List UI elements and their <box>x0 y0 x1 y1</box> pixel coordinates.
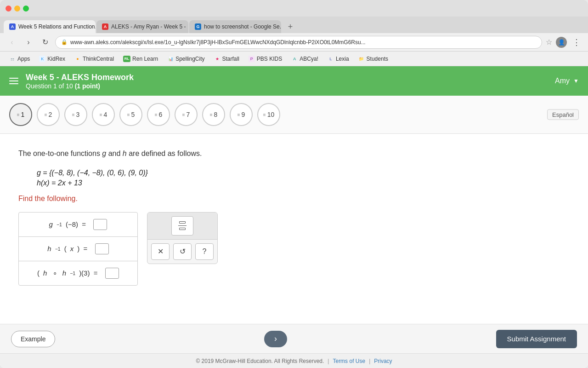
answer-row-1: g−1(−8) = <box>19 213 137 237</box>
question-subtitle-text: Question 1 of 10 <box>26 82 73 90</box>
back-button[interactable]: ‹ <box>6 36 18 49</box>
user-name[interactable]: Amy <box>555 77 570 85</box>
keyboard-bottom: ✕ ↺ ? <box>147 240 217 264</box>
forward-button[interactable]: › <box>22 36 35 49</box>
bookmark-abcya[interactable]: A ABCya! <box>288 54 322 64</box>
keyboard-top <box>147 213 217 240</box>
g-definition: g = {(−8, 8), (−4, −8), (0, 6), (9, 0)} <box>37 169 570 177</box>
example-button[interactable]: Example <box>11 331 55 347</box>
ham-line-1 <box>9 78 18 79</box>
clear-button[interactable]: ✕ <box>151 243 170 260</box>
q5-lines-icon: ≡ <box>127 112 130 117</box>
bookmark-lexia-label: Lexia <box>336 56 349 62</box>
math-keyboard: ✕ ↺ ? <box>147 212 218 264</box>
question-bubble-1[interactable]: ≡1 <box>9 103 32 126</box>
bookmark-lexia[interactable]: L Lexia <box>324 54 353 64</box>
tab-google[interactable]: G how to screenshot - Google Se... ✕ <box>189 20 281 33</box>
bookmark-spellingcity[interactable]: 📊 SpellingCity <box>164 54 208 64</box>
user-dropdown-arrow[interactable]: ▼ <box>573 78 579 84</box>
row3-expr: (h ∘ h−1)(3) = <box>37 268 119 279</box>
lock-icon: 🔒 <box>61 39 68 45</box>
find-label: Find the following. <box>18 195 570 203</box>
bookmark-spellingcity-label: SpellingCity <box>175 56 204 62</box>
help-button[interactable]: ? <box>195 243 214 260</box>
row1-input[interactable] <box>93 219 107 230</box>
row1-expr: g−1(−8) = <box>49 219 107 230</box>
new-tab-button[interactable]: + <box>284 20 297 33</box>
footer-sep-1: | <box>328 358 329 364</box>
homework-title: Week 5 - ALEKS Homework <box>26 73 134 82</box>
question-bubble-9[interactable]: ≡9 <box>230 103 253 126</box>
question-nav: ≡1 ≡2 ≡3 ≡4 ≡5 ≡6 ≡7 ≡8 <box>0 96 588 134</box>
bookmark-thinkcentral[interactable]: ● ThinkCentral <box>71 54 118 64</box>
profile-button[interactable]: 👤 <box>556 37 567 48</box>
footer-right: Submit Assignment <box>496 330 577 348</box>
bookmark-pbs-label: PBS KIDS <box>257 56 282 62</box>
bookmark-kidrex[interactable]: K KidRex <box>35 54 69 64</box>
undo-button[interactable]: ↺ <box>173 243 192 260</box>
refresh-button[interactable]: ↻ <box>39 36 51 49</box>
aleks-header-title: Week 5 - ALEKS Homework Question 1 of 10… <box>26 73 134 90</box>
thinkcentral-icon: ● <box>74 56 81 62</box>
url-text: www-awn.aleks.com/alekscgi/x/lsl.exe/1o_… <box>70 39 536 46</box>
q10-lines-icon: ≡ <box>263 112 266 117</box>
question-bubble-7[interactable]: ≡7 <box>175 103 198 126</box>
ham-line-3 <box>9 83 18 84</box>
question-bubble-10[interactable]: ≡10 <box>257 103 280 126</box>
footer-sep-2: | <box>369 358 370 364</box>
point-badge: (1 point) <box>75 82 100 90</box>
fraction-button[interactable] <box>171 216 193 236</box>
tab-favicon-3: G <box>195 23 201 30</box>
h-definition: h(x) = 2x + 13 <box>37 179 570 187</box>
row2-input[interactable] <box>95 243 109 254</box>
q3-lines-icon: ≡ <box>72 112 75 117</box>
submit-button[interactable]: Submit Assignment <box>496 330 577 348</box>
url-bar: ‹ › ↻ 🔒 www-awn.aleks.com/alekscgi/x/lsl… <box>0 33 588 52</box>
browser-menu[interactable]: ⋮ <box>571 37 582 47</box>
tab-label-1: Week 5 Relations and Function... <box>18 23 96 30</box>
privacy-link[interactable]: Privacy <box>374 358 392 364</box>
apps-icon: ⚏ <box>9 56 16 62</box>
tab-label-2: ALEKS - Amy Ryan - Week 5 - <box>111 23 186 30</box>
bookmark-students[interactable]: 📁 Students <box>355 54 392 64</box>
close-button[interactable] <box>6 6 11 12</box>
question-bubble-6[interactable]: ≡6 <box>147 103 170 126</box>
traffic-lights <box>6 6 29 12</box>
question-bubble-8[interactable]: ≡8 <box>202 103 225 126</box>
question-bubble-3[interactable]: ≡3 <box>64 103 87 126</box>
url-input[interactable]: 🔒 www-awn.aleks.com/alekscgi/x/lsl.exe/1… <box>55 36 542 49</box>
question-bubble-4[interactable]: ≡4 <box>92 103 115 126</box>
question-area: The one-to-one functions g and h are def… <box>0 134 588 324</box>
row2-expr: h−1(x) = <box>47 243 108 254</box>
ham-line-2 <box>9 80 18 81</box>
answer-row-3: (h ∘ h−1)(3) = <box>19 261 137 285</box>
question-bubble-5[interactable]: ≡5 <box>119 103 142 126</box>
maximize-button[interactable] <box>23 6 29 12</box>
tab-label-3: how to screenshot - Google Se... <box>204 23 281 30</box>
copyright-text: © 2019 McGraw-Hill Education. All Rights… <box>196 358 324 364</box>
bookmark-pbs[interactable]: P PBS KIDS <box>245 54 286 64</box>
bookmark-star[interactable]: ☆ <box>546 38 552 46</box>
hamburger-menu[interactable] <box>9 78 18 84</box>
tab-aleks-homework[interactable]: A Week 5 Relations and Function... ✕ <box>4 20 96 33</box>
tab-favicon-2: A <box>102 23 108 30</box>
minimize-button[interactable] <box>14 6 20 12</box>
espanol-button[interactable]: Español <box>547 109 579 120</box>
next-button[interactable]: › <box>264 331 287 347</box>
bookmark-apps[interactable]: ⚏ Apps <box>6 54 34 64</box>
bookmark-renlearn[interactable]: RL Ren Learn <box>119 54 162 64</box>
terms-link[interactable]: Terms of Use <box>333 358 365 364</box>
starfall-icon: ★ <box>214 56 220 62</box>
tab-aleks-amy[interactable]: A ALEKS - Amy Ryan - Week 5 - ✕ <box>96 20 188 33</box>
q4-lines-icon: ≡ <box>100 112 102 117</box>
aleks-header-right: Amy ▼ <box>555 77 579 85</box>
tab-favicon-1: A <box>9 23 16 30</box>
bookmark-students-label: Students <box>367 56 388 62</box>
question-intro: The one-to-one functions g and h are def… <box>18 148 570 160</box>
footer-nav: Example › Submit Assignment <box>0 324 588 353</box>
bookmark-starfall[interactable]: ★ Starfall <box>210 54 243 64</box>
tabs-bar: A Week 5 Relations and Function... ✕ A A… <box>0 17 588 33</box>
row3-input[interactable] <box>105 268 119 279</box>
question-bubble-2[interactable]: ≡2 <box>37 103 60 126</box>
bookmark-renlearn-label: Ren Learn <box>132 56 158 62</box>
